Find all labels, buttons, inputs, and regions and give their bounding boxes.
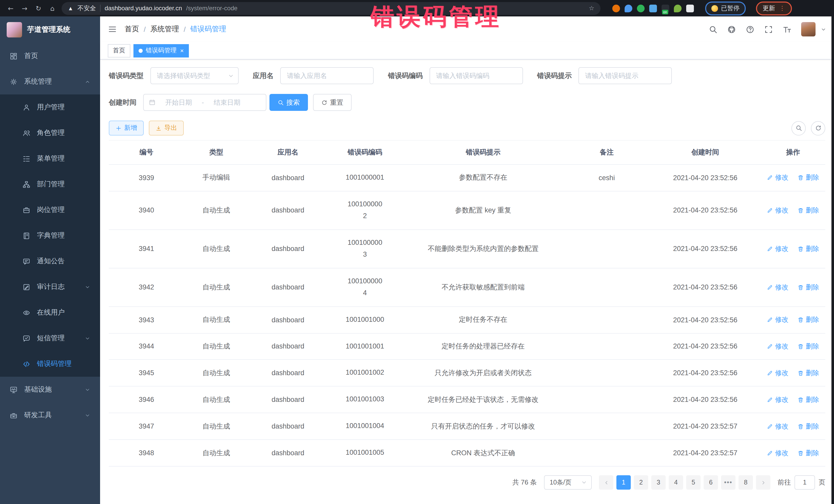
page-size-select[interactable] <box>544 475 592 490</box>
extension-green-check-icon[interactable] <box>637 4 644 12</box>
browser-reload-icon[interactable]: ↻ <box>34 4 43 12</box>
add-button[interactable]: 新增 <box>109 120 144 135</box>
sidebar-item-user-mgmt[interactable]: 用户管理 <box>0 94 100 120</box>
page-button[interactable]: 8 <box>739 475 753 490</box>
start-date-input[interactable] <box>158 98 199 106</box>
edit-link[interactable]: 修改 <box>767 173 789 182</box>
page-button[interactable]: 5 <box>686 475 701 490</box>
edit-link[interactable]: 修改 <box>767 395 789 404</box>
next-page-button[interactable] <box>756 475 770 490</box>
edit-link[interactable]: 修改 <box>767 244 789 254</box>
breadcrumb-home[interactable]: 首页 <box>125 25 139 34</box>
edit-link[interactable]: 修改 <box>767 283 789 292</box>
paused-extension-button[interactable]: 已暂停 <box>705 1 746 15</box>
edit-link[interactable]: 修改 <box>767 342 789 351</box>
fullscreen-icon[interactable] <box>764 25 773 34</box>
delete-link[interactable]: 删除 <box>797 395 819 404</box>
tab-close-icon[interactable]: × <box>180 47 184 54</box>
page-button[interactable]: 2 <box>634 475 648 490</box>
page-button-active[interactable]: 1 <box>616 475 631 490</box>
sidebar-item-post-mgmt[interactable]: 岗位管理 <box>0 197 100 223</box>
delete-link[interactable]: 删除 <box>797 315 819 324</box>
breadcrumb-system[interactable]: 系统管理 <box>150 25 179 34</box>
delete-link[interactable]: 删除 <box>797 448 819 458</box>
bookmark-star-icon[interactable]: ☆ <box>589 5 594 12</box>
delete-link[interactable]: 删除 <box>797 244 819 254</box>
infra-icon <box>10 386 18 393</box>
edit-link[interactable]: 修改 <box>767 206 789 215</box>
cell-code: 100100000 3 <box>327 230 403 268</box>
font-size-icon[interactable] <box>783 25 791 34</box>
delete-link[interactable]: 删除 <box>797 173 819 182</box>
browser-home-icon[interactable]: ⌂ <box>48 4 57 12</box>
sidebar-item-dict-mgmt[interactable]: 字典管理 <box>0 223 100 248</box>
page-button[interactable]: 6 <box>704 475 718 490</box>
chevron-down-icon[interactable] <box>821 26 826 32</box>
browser-update-button[interactable]: 更新 ⋮ <box>756 1 792 15</box>
extension-location-pin-icon[interactable] <box>624 4 632 12</box>
search-button[interactable]: 搜索 <box>269 94 308 111</box>
sidebar-item-sms-mgmt[interactable]: 短信管理 <box>0 325 100 351</box>
edit-link[interactable]: 修改 <box>767 422 789 431</box>
app-name-input[interactable] <box>280 67 374 84</box>
end-date-input[interactable] <box>206 98 248 106</box>
search-icon[interactable] <box>709 25 718 34</box>
page-button[interactable]: 3 <box>651 475 666 490</box>
sidebar-item-infrastructure[interactable]: 基础设施 <box>0 377 100 402</box>
cell-time: 2021-04-20 23:52:56 <box>650 191 761 230</box>
user-avatar[interactable] <box>801 22 815 37</box>
browser-menu-icon[interactable]: ⋮ <box>779 5 785 12</box>
sidebar-item-audit-log[interactable]: 审计日志 <box>0 274 100 300</box>
help-icon[interactable] <box>746 25 754 34</box>
edit-link[interactable]: 修改 <box>767 448 789 458</box>
delete-link[interactable]: 删除 <box>797 283 819 292</box>
cell-time: 2021-04-20 23:52:56 <box>650 165 761 191</box>
tab-home[interactable]: 首页 <box>108 44 130 57</box>
sidebar-item-home[interactable]: 首页 <box>0 43 100 69</box>
sidebar-item-online-users[interactable]: 在线用户 <box>0 300 100 325</box>
error-code-input[interactable] <box>429 67 523 84</box>
sidebar-item-dev-tools[interactable]: 研发工具 <box>0 402 100 428</box>
sidebar-item-label: 部门管理 <box>37 180 65 189</box>
prev-page-button[interactable] <box>599 475 613 490</box>
page-size-value[interactable] <box>544 475 592 490</box>
sidebar-item-system-mgmt[interactable]: 系统管理 <box>0 69 100 94</box>
toggle-search-button[interactable] <box>791 121 806 135</box>
page-button[interactable]: ••• <box>721 475 736 490</box>
github-icon[interactable] <box>727 25 736 34</box>
extension-puzzle-icon[interactable] <box>686 4 694 12</box>
sidebar-item-notice-mgmt[interactable]: 通知公告 <box>0 248 100 274</box>
export-button[interactable]: 导出 <box>149 120 184 135</box>
delete-link[interactable]: 删除 <box>797 342 819 351</box>
cell-msg: 只允许修改为开启或者关闭状态 <box>403 360 564 387</box>
sidebar-item-error-code-mgmt[interactable]: 错误码管理 <box>0 351 100 377</box>
refresh-table-button[interactable] <box>811 121 825 135</box>
error-msg-input[interactable] <box>578 67 672 84</box>
date-range-picker[interactable]: - <box>143 94 266 111</box>
error-type-select[interactable] <box>150 67 238 84</box>
browser-back-icon[interactable]: ← <box>6 4 15 12</box>
delete-link[interactable]: 删除 <box>797 369 819 378</box>
extension-blue-grid-icon[interactable] <box>649 4 657 12</box>
sidebar-item-role-mgmt[interactable]: 角色管理 <box>0 120 100 146</box>
extension-list-on-icon[interactable]: on <box>662 4 669 12</box>
edit-link[interactable]: 修改 <box>767 369 789 378</box>
extension-orange-circle-icon[interactable] <box>612 4 620 12</box>
tab-error-code[interactable]: 错误码管理 × <box>133 44 189 57</box>
delete-link[interactable]: 删除 <box>797 206 819 215</box>
cell-msg: 定时任务已经处于该状态，无需修改 <box>403 387 564 413</box>
goto-page-input[interactable] <box>794 475 815 490</box>
cell-type: 自动生成 <box>184 191 248 230</box>
address-bar[interactable]: ▲ 不安全 dashboard.yudao.iocoder.cn /system… <box>62 2 600 15</box>
log-icon <box>23 283 30 291</box>
delete-link[interactable]: 删除 <box>797 422 819 431</box>
sidebar-item-dept-mgmt[interactable]: 部门管理 <box>0 171 100 197</box>
reset-button[interactable]: 重置 <box>313 94 352 111</box>
browser-forward-icon[interactable]: → <box>20 4 29 12</box>
sidebar-item-menu-mgmt[interactable]: 菜单管理 <box>0 146 100 171</box>
page-button[interactable]: 4 <box>669 475 683 490</box>
hamburger-icon[interactable] <box>108 25 117 34</box>
app-name-label: 应用名 <box>253 71 273 80</box>
edit-link[interactable]: 修改 <box>767 315 789 324</box>
extension-green-search-icon[interactable] <box>674 4 682 12</box>
